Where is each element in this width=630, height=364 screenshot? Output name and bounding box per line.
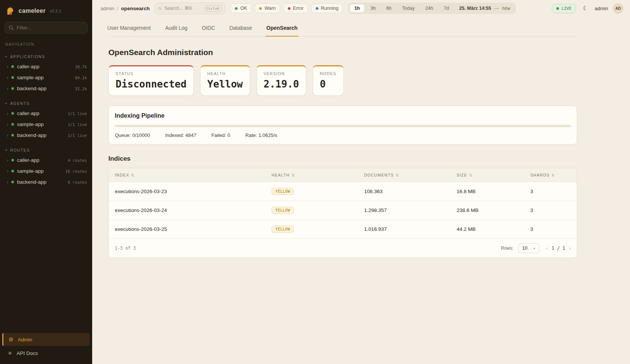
- sidebar-item-badge: 1/1 live: [68, 133, 87, 138]
- breadcrumb-current: opensearch: [121, 6, 150, 11]
- column-header-shards[interactable]: SHARDS⇅: [524, 168, 577, 182]
- sidebar-item-sample-app[interactable]: › sample-app 84.1k: [0, 72, 92, 83]
- sidebar-section-agents: ▾ AGENTS › caller-app 1/1 live › sample-…: [0, 100, 92, 141]
- column-header-documents[interactable]: DOCUMENTS⇅: [358, 168, 451, 182]
- sidebar-item-caller-app[interactable]: › caller-app 4 routes: [0, 155, 92, 166]
- time-range-1h[interactable]: 1h: [349, 4, 365, 13]
- avatar[interactable]: AD: [613, 3, 623, 14]
- table-row[interactable]: executions-2026-03-24 YELLOW 1.298.357 2…: [109, 201, 577, 220]
- pipeline-title: Indexing Pipeline: [115, 112, 571, 119]
- status-dot: [11, 181, 14, 183]
- column-label: HEALTH: [272, 173, 290, 177]
- tab-oidc[interactable]: OIDC: [201, 22, 216, 37]
- chevron-right-icon: ›: [7, 111, 8, 116]
- global-search[interactable]: Ctrl+K: [155, 3, 225, 14]
- filter-error[interactable]: Error: [283, 3, 308, 13]
- tab-audit-log[interactable]: Audit Log: [164, 22, 188, 37]
- warn-dot: [259, 7, 262, 10]
- health-badge: YELLOW: [272, 207, 294, 214]
- column-header-health[interactable]: HEALTH⇅: [266, 168, 358, 182]
- stat-label: HEALTH: [207, 71, 243, 76]
- search-icon: [159, 6, 162, 11]
- section-header-agents[interactable]: ▾ AGENTS: [0, 100, 92, 108]
- sidebar-item-badge: 84.1k: [75, 75, 87, 80]
- prev-page-button[interactable]: ‹: [546, 245, 548, 251]
- section-header-routes[interactable]: ▾ ROUTES: [0, 147, 92, 155]
- chevron-down-icon: ▾: [534, 247, 535, 250]
- status-dot: [11, 170, 14, 172]
- live-indicator[interactable]: LIVE: [552, 4, 576, 13]
- sidebar-item-label: caller-app: [17, 111, 39, 116]
- app-version: v3.2.1: [50, 9, 61, 13]
- sidebar-item-caller-app[interactable]: › caller-app 1/1 live: [0, 108, 92, 119]
- row-range: 1-3 of 3: [115, 246, 136, 251]
- status-dot: [11, 87, 14, 90]
- table-row[interactable]: executions-2026-03-23 YELLOW 108.363 16.…: [109, 182, 577, 201]
- tab-opensearch[interactable]: OpenSearch: [266, 22, 298, 37]
- sidebar-filter[interactable]: [5, 22, 88, 34]
- stat-label: STATUS: [116, 71, 187, 76]
- tab-database[interactable]: Database: [229, 22, 253, 37]
- chevron-right-icon: ›: [7, 64, 8, 69]
- cell-health: YELLOW: [266, 201, 358, 220]
- time-range-3h[interactable]: 3h: [366, 4, 381, 13]
- sidebar-item-backend-app[interactable]: › backend-app 6 routes: [0, 177, 92, 187]
- sidebar-item-sample-app[interactable]: › sample-app 1/1 live: [0, 119, 92, 130]
- status-dot: [11, 65, 14, 68]
- status-dot: [11, 134, 14, 137]
- sort-icon: ⇅: [292, 173, 295, 177]
- stat-value: Disconnected: [116, 78, 187, 90]
- table-body: executions-2026-03-23 YELLOW 108.363 16.…: [109, 182, 577, 238]
- chevron-down-icon: ▾: [5, 55, 8, 58]
- breadcrumb-parent[interactable]: admin: [100, 6, 114, 11]
- chevron-right-icon: ›: [7, 169, 8, 174]
- sidebar-item-api-docs[interactable]: ≡ API Docs: [2, 347, 90, 359]
- stat-value: 2.19.0: [264, 78, 299, 90]
- rows-per-page-select[interactable]: 10 ▾: [518, 243, 539, 253]
- pagination: ‹ 1 / 1 ›: [546, 245, 571, 251]
- range-from: 25. März 14:55: [459, 6, 491, 11]
- time-range-6h[interactable]: 6h: [381, 4, 397, 13]
- table-header-row: INDEX⇅ HEALTH⇅ DOCUMENTS⇅ SIZE⇅ SHARDS⇅: [109, 168, 577, 182]
- pipeline-queue: Queue: 0/10000: [115, 132, 150, 138]
- indexing-pipeline-panel: Indexing Pipeline Queue: 0/10000 Indexed…: [108, 106, 577, 144]
- column-label: INDEX: [115, 173, 129, 177]
- filter-ok[interactable]: OK: [230, 3, 252, 13]
- pipeline-indexed: Indexed: 4847: [165, 132, 196, 138]
- main-area: admin / opensearch Ctrl+K OK Warn Error: [92, 0, 630, 364]
- sidebar-item-backend-app[interactable]: › backend-app 32.2k: [0, 83, 92, 94]
- time-range-24h[interactable]: 24h: [420, 4, 438, 13]
- tab-user-management[interactable]: User Management: [107, 22, 151, 37]
- filter-input[interactable]: [17, 25, 83, 31]
- cameleer-logo-icon: [5, 6, 15, 16]
- sidebar-item-caller-app[interactable]: › caller-app 10.7k: [0, 61, 92, 72]
- status-dot: [11, 112, 14, 115]
- column-label: SHARDS: [530, 173, 550, 177]
- section-label: APPLICATIONS: [10, 54, 45, 59]
- search-shortcut: Ctrl+K: [204, 5, 221, 12]
- indices-table: INDEX⇅ HEALTH⇅ DOCUMENTS⇅ SIZE⇅ SHARDS⇅ …: [108, 168, 577, 258]
- next-page-button[interactable]: ›: [569, 245, 571, 251]
- filter-running[interactable]: Running: [311, 3, 343, 13]
- sidebar-item-admin[interactable]: ⚙ Admin: [2, 333, 90, 346]
- column-header-size[interactable]: SIZE⇅: [451, 168, 524, 182]
- cell-index: executions-2026-03-23: [109, 183, 266, 200]
- dark-mode-toggle[interactable]: ☾: [581, 4, 590, 13]
- time-range-display[interactable]: 25. März 14:55 — now: [455, 6, 515, 11]
- section-header-applications[interactable]: ▾ APPLICATIONS: [0, 53, 92, 61]
- chevron-right-icon: ›: [7, 133, 8, 138]
- topbar-right: LIVE ☾ admin AD: [552, 3, 623, 14]
- column-header-index[interactable]: INDEX⇅: [109, 168, 266, 182]
- time-range-today[interactable]: Today: [397, 4, 420, 13]
- sidebar-item-backend-app[interactable]: › backend-app 1/1 live: [0, 130, 92, 141]
- sidebar-item-sample-app[interactable]: › sample-app 16 routes: [0, 166, 92, 177]
- filter-warn[interactable]: Warn: [255, 3, 280, 13]
- time-range-7d[interactable]: 7d: [439, 4, 454, 13]
- table-row[interactable]: executions-2026-03-25 YELLOW 1.016.937 4…: [109, 220, 577, 238]
- time-range-selector: 1h 3h 6h Today 24h 7d 25. März 14:55 — n…: [348, 3, 516, 14]
- sidebar-item-label: backend-app: [17, 179, 46, 185]
- stat-value: 0: [320, 78, 337, 90]
- status-filters: OK Warn Error Running: [230, 3, 343, 13]
- search-input[interactable]: [164, 6, 201, 11]
- moon-icon: ☾: [583, 5, 588, 11]
